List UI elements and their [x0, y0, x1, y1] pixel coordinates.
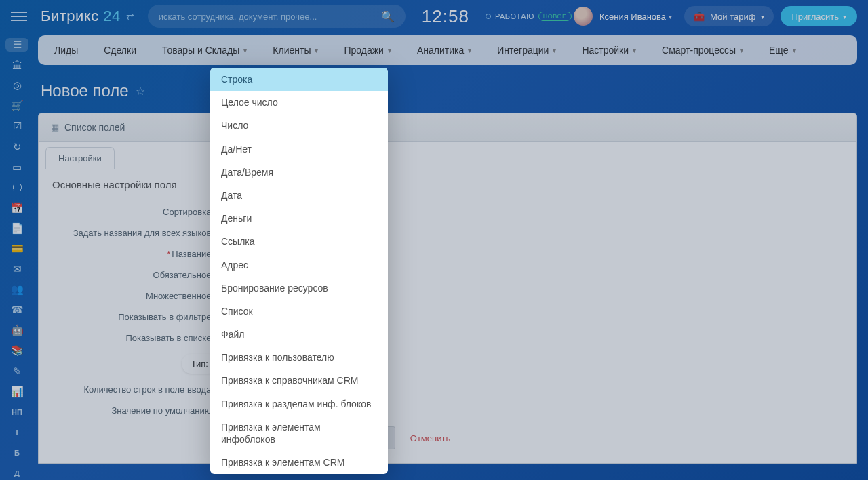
dropdown-option[interactable]: Ссылка	[210, 230, 388, 253]
tab-settings[interactable]: Настройки	[45, 147, 115, 169]
menu-toggle[interactable]	[11, 8, 27, 24]
nav-tab[interactable]: Клиенты▾	[260, 35, 330, 65]
section-title: Основные настройки поля	[52, 179, 843, 191]
dropdown-option[interactable]: Число	[210, 114, 388, 137]
chevron-down-icon: ▾	[468, 47, 471, 54]
nav-tab[interactable]: Аналитика▾	[405, 35, 484, 65]
rail-check-icon[interactable]: ☑	[5, 119, 28, 133]
rail-target-icon[interactable]: ◎	[5, 79, 28, 92]
nav-tab[interactable]: Настройки▾	[570, 35, 648, 65]
dropdown-option[interactable]: Адрес	[210, 254, 388, 277]
tariff-button[interactable]: 🧰 Мой тариф ▾	[684, 6, 774, 26]
nav-tab[interactable]: Товары и Склады▾	[150, 35, 259, 65]
chevron-down-icon: ▾	[315, 47, 318, 54]
rail-chart-icon[interactable]: 📊	[5, 385, 28, 399]
avatar[interactable]	[574, 7, 593, 26]
chevron-down-icon: ▾	[740, 47, 743, 54]
left-rail: ☰ 🏛 ◎ 🛒 ☑ ↻ ▭ 🖵 📅 📄 💳 ✉ 👥 ☎ 🤖 📚 ✎ 📊 НП І…	[0, 33, 34, 480]
chevron-down-icon: ▾	[633, 47, 636, 54]
dropdown-option[interactable]: Список	[210, 300, 388, 323]
work-status[interactable]: РАБОТАЮ НОВОЕ	[486, 12, 572, 21]
chevron-down-icon: ▾	[793, 47, 796, 54]
rail-robot-icon[interactable]: 🤖	[5, 323, 28, 337]
nav-tab-label: Еще	[769, 45, 789, 56]
rail-building-icon[interactable]: 🏛	[5, 58, 28, 72]
rail-wallet-icon[interactable]: 💳	[5, 242, 28, 256]
rail-i[interactable]: І	[5, 426, 28, 439]
rail-refresh-icon[interactable]: ↻	[5, 140, 28, 153]
label-show-list: Показывать в списке:	[52, 333, 218, 343]
rail-calendar-icon[interactable]: 📅	[5, 201, 28, 215]
rail-np[interactable]: НП	[5, 405, 28, 419]
dropdown-option[interactable]: Файл	[210, 323, 388, 346]
nav-tab[interactable]: Лиды	[42, 35, 90, 65]
dropdown-option[interactable]: Привязка к разделам инф. блоков	[210, 393, 388, 416]
main-area: ЛидыСделкиТовары и Склады▾Клиенты▾Продаж…	[38, 35, 857, 480]
rail-cart-icon[interactable]: 🛒	[5, 99, 28, 113]
invite-label: Пригласить	[791, 12, 839, 22]
rail-phone-icon[interactable]: ☎	[5, 303, 28, 317]
label-sort: Сортировка:	[52, 207, 218, 217]
nav-tab[interactable]: Сделки	[92, 35, 149, 65]
rail-filter-icon[interactable]: ☰	[5, 38, 28, 52]
chevron-down-icon: ▾	[553, 47, 556, 54]
page-title-text: Новое поле	[41, 81, 129, 100]
nav-tab[interactable]: Продажи▾	[332, 35, 403, 65]
button-bar: Сохранить Применить Отменить	[52, 426, 843, 449]
cancel-button[interactable]: Отменить	[405, 426, 456, 449]
favorite-star-icon[interactable]: ☆	[136, 85, 145, 98]
dropdown-option[interactable]: Деньги	[210, 207, 388, 230]
dropdown-option[interactable]: Строка	[210, 68, 388, 91]
rail-people-icon[interactable]: 👥	[5, 283, 28, 296]
panel-list-link[interactable]: ▦ Список полей	[39, 113, 856, 142]
type-dropdown[interactable]: СтрокаЦелое числоЧислоДа/НетДата/ВремяДа…	[210, 68, 388, 474]
nav-tab[interactable]: Еще▾	[757, 35, 808, 65]
label-rows: Количество строк в поле ввода:	[52, 384, 218, 395]
dropdown-option[interactable]: Целое число	[210, 91, 388, 114]
label-all-langs: Задать названия для всех языков:	[52, 228, 218, 238]
label-default: Значение по умолчанию:	[52, 405, 218, 416]
tariff-icon: 🧰	[694, 12, 705, 22]
dropdown-option[interactable]: Да/Нет	[210, 138, 388, 161]
rail-mail-icon[interactable]: ✉	[5, 262, 28, 276]
logo[interactable]: Битрикс 24	[41, 7, 121, 25]
status-dot-icon	[486, 14, 491, 19]
rail-doc-icon[interactable]: 📄	[5, 222, 28, 235]
dropdown-option[interactable]: Бронирование ресурсов	[210, 277, 388, 300]
rail-card-icon[interactable]: ▭	[5, 161, 28, 174]
logo-suffix: 24	[103, 7, 120, 24]
label-name: *Название:	[52, 249, 218, 259]
chevron-down-icon: ▾	[388, 47, 391, 54]
logo-text: Битрикс	[41, 7, 99, 24]
chevron-down-icon[interactable]: ▾	[669, 13, 672, 20]
invite-button[interactable]: Пригласить ▾	[781, 6, 857, 26]
label-required: Обязательное:	[52, 270, 218, 280]
chevron-down-icon: ▾	[761, 13, 764, 20]
list-link-label: Список полей	[64, 122, 125, 133]
nav-tab-label: Интеграции	[497, 45, 549, 56]
dropdown-option[interactable]: Привязка к справочникам CRM	[210, 369, 388, 392]
chevron-down-icon: ▾	[243, 47, 247, 54]
rail-book-icon[interactable]: 📚	[5, 344, 28, 357]
nav-tab[interactable]: Смарт-процессы▾	[650, 35, 755, 65]
logo-switch-icon[interactable]: ⇄	[126, 11, 134, 22]
dropdown-option[interactable]: Дата/Время	[210, 161, 388, 184]
username[interactable]: Ксения Иванова	[599, 12, 666, 22]
nav-tab-label: Сделки	[104, 45, 136, 56]
rail-pencil-icon[interactable]: ✎	[5, 365, 28, 378]
page-title: Новое поле ☆	[41, 81, 857, 100]
rail-monitor-icon[interactable]: 🖵	[5, 181, 28, 195]
nav-tab[interactable]: Интеграции▾	[485, 35, 568, 65]
label-multiple: Множественное:	[52, 291, 218, 301]
rail-d[interactable]: Д	[5, 466, 28, 480]
search-box[interactable]: 🔍	[148, 5, 406, 28]
dropdown-option[interactable]: Привязка к элементам инфоблоков	[210, 416, 388, 451]
chevron-down-icon: ▾	[843, 13, 846, 20]
rail-b[interactable]: Б	[5, 446, 28, 460]
status-label: РАБОТАЮ	[495, 12, 534, 20]
dropdown-option[interactable]: Привязка к элементам CRM	[210, 451, 388, 474]
nav-tab-label: Аналитика	[417, 45, 464, 56]
search-input[interactable]	[159, 12, 381, 22]
dropdown-option[interactable]: Привязка к пользователю	[210, 346, 388, 369]
dropdown-option[interactable]: Дата	[210, 184, 388, 207]
